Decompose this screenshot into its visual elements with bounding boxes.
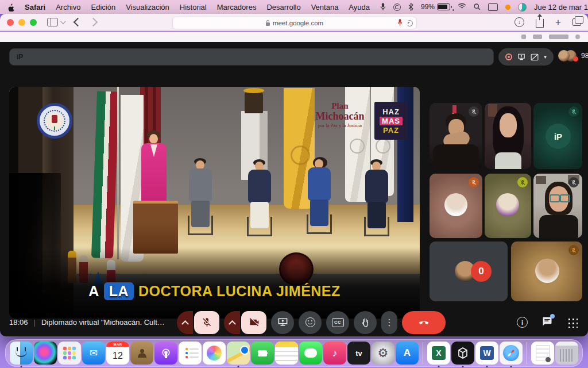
new-tab-button[interactable]: + bbox=[555, 17, 561, 27]
extension-icon[interactable] bbox=[521, 34, 526, 39]
screen-mirroring-icon[interactable] bbox=[488, 3, 498, 11]
apple-menu[interactable] bbox=[7, 3, 14, 12]
backdrop-text: Plan Michoacán por la Paz y la Justicia bbox=[308, 102, 372, 128]
dock-app-settings[interactable]: ⚙ bbox=[372, 342, 394, 365]
leave-call-button[interactable] bbox=[402, 311, 446, 334]
participant-tile-woman-glasses[interactable] bbox=[533, 174, 582, 238]
dropdown-caret-icon[interactable]: ▾ bbox=[544, 54, 547, 60]
share-screen-icon[interactable] bbox=[517, 53, 525, 61]
avatar-circle bbox=[535, 259, 559, 283]
minimize-window-button[interactable] bbox=[18, 19, 25, 26]
extension-icon[interactable] bbox=[533, 34, 542, 39]
recording-indicator-icon[interactable] bbox=[505, 53, 512, 60]
participant-tile-woman[interactable] bbox=[485, 103, 531, 169]
captions-button[interactable]: CC bbox=[326, 311, 349, 334]
avatar-circle bbox=[444, 193, 467, 216]
chat-button[interactable] bbox=[541, 316, 553, 329]
mic-mute-button[interactable] bbox=[194, 311, 219, 334]
menu-item-visualizacion[interactable]: Visualización bbox=[126, 3, 169, 12]
zoom-window-button[interactable] bbox=[30, 19, 37, 26]
running-indicator bbox=[462, 366, 464, 367]
participant-tile-woman-white[interactable] bbox=[511, 241, 582, 301]
dock-app-messages[interactable] bbox=[299, 342, 322, 365]
menu-item-desarrollo[interactable]: Desarrollo bbox=[266, 3, 300, 12]
dock-app-tv[interactable]: tv bbox=[347, 342, 370, 365]
running-indicator bbox=[486, 366, 488, 367]
raise-hand-button[interactable] bbox=[354, 311, 377, 334]
more-options-button[interactable]: ⋮ bbox=[381, 311, 397, 334]
dock-app-safari[interactable] bbox=[500, 342, 523, 365]
extension-icon[interactable] bbox=[549, 34, 568, 39]
dock-app-podcasts[interactable] bbox=[154, 342, 177, 365]
page-microphone-icon[interactable] bbox=[397, 19, 403, 27]
menu-item-ayuda[interactable]: Ayuda bbox=[349, 3, 370, 12]
menu-item-archivo[interactable]: Archivo bbox=[56, 3, 80, 12]
meeting-details-button[interactable]: i bbox=[517, 317, 528, 328]
meet-top-bar[interactable]: iP bbox=[9, 48, 494, 66]
tab-overview-button[interactable] bbox=[572, 18, 581, 26]
dock-app-reminders[interactable] bbox=[179, 342, 202, 365]
dock-app-notes[interactable] bbox=[275, 342, 298, 365]
participant-tile-ip[interactable]: iP bbox=[533, 103, 582, 169]
participant-counter[interactable]: 98 bbox=[558, 49, 588, 62]
backdrop-title: Michoacán bbox=[308, 111, 372, 122]
back-button[interactable] bbox=[74, 18, 83, 27]
main-video-tile[interactable]: Plan Michoacán por la Paz y la Justicia … bbox=[9, 87, 420, 319]
participant-tile-woman-purple[interactable] bbox=[485, 174, 531, 238]
dock-app-maps[interactable] bbox=[227, 342, 250, 365]
spotlight-search-icon[interactable] bbox=[474, 3, 481, 10]
forward-button[interactable] bbox=[89, 18, 98, 27]
sweater bbox=[539, 215, 578, 238]
microphone-control bbox=[177, 311, 219, 334]
activities-button[interactable] bbox=[567, 317, 578, 328]
sidebar-toggle-button[interactable] bbox=[47, 18, 64, 26]
running-indicator bbox=[238, 366, 239, 367]
emoji-reaction-button[interactable] bbox=[299, 311, 322, 334]
participant-tile-man[interactable] bbox=[430, 103, 482, 169]
tv-label: tv bbox=[355, 349, 362, 358]
menu-bar-clock[interactable]: Jue 12 de mar 18:06 bbox=[534, 3, 588, 12]
dock-app-cube[interactable] bbox=[451, 342, 474, 365]
layout-options-icon[interactable] bbox=[531, 53, 539, 61]
reload-icon[interactable] bbox=[407, 20, 413, 26]
caption-highlight: LA bbox=[104, 282, 134, 300]
dock-app-mail[interactable]: ✉ bbox=[82, 342, 105, 365]
battery-indicator[interactable]: 99% bbox=[421, 3, 450, 11]
dock-app-facetime[interactable] bbox=[251, 342, 274, 365]
dock-item-documents[interactable] bbox=[531, 342, 554, 365]
menu-item-historial[interactable]: Historial bbox=[180, 3, 207, 12]
menu-item-edicion[interactable]: Edición bbox=[91, 3, 116, 12]
mic-extension-icon[interactable] bbox=[575, 34, 580, 39]
creative-cloud-icon[interactable] bbox=[393, 3, 401, 11]
mic-options-button[interactable] bbox=[177, 311, 193, 334]
menu-item-marcadores[interactable]: Marcadores bbox=[217, 3, 257, 12]
camera-options-button[interactable] bbox=[224, 311, 240, 334]
avatar-circle: iP bbox=[546, 124, 571, 149]
camera-off-button[interactable] bbox=[241, 311, 266, 334]
downloads-button[interactable]: ↓ bbox=[514, 17, 524, 27]
wifi-icon[interactable] bbox=[458, 3, 466, 11]
dock-app-launchpad[interactable] bbox=[58, 342, 81, 365]
bluetooth-icon[interactable] bbox=[408, 3, 413, 11]
dock-item-trash[interactable] bbox=[555, 342, 578, 365]
close-window-button[interactable] bbox=[7, 19, 14, 26]
dock-app-appstore[interactable]: A bbox=[396, 342, 419, 365]
microphone-status-icon[interactable] bbox=[380, 3, 386, 11]
status-app-icon[interactable] bbox=[518, 3, 527, 12]
dock-app-finder[interactable] bbox=[10, 342, 33, 365]
dock-app-word[interactable]: W bbox=[475, 342, 498, 365]
dock-app-siri[interactable] bbox=[34, 342, 57, 365]
participant-tile-blonde-woman[interactable] bbox=[430, 174, 482, 238]
dock-app-music[interactable]: ♪ bbox=[323, 342, 346, 365]
share-button[interactable] bbox=[536, 19, 544, 28]
dock-app-excel[interactable]: X bbox=[427, 342, 450, 365]
notification-dot bbox=[573, 56, 578, 62]
address-bar[interactable]: meet.google.com bbox=[172, 17, 417, 29]
menu-item-ventana[interactable]: Ventana bbox=[311, 3, 339, 12]
dock-app-contacts[interactable] bbox=[130, 342, 153, 365]
participant-tile-man-badge[interactable]: 0 bbox=[430, 241, 508, 301]
dock-app-calendar[interactable]: MAR12 bbox=[106, 342, 129, 365]
dock-app-photos[interactable] bbox=[203, 342, 226, 365]
present-screen-button[interactable] bbox=[271, 311, 294, 334]
menu-item-safari[interactable]: Safari bbox=[25, 3, 45, 12]
